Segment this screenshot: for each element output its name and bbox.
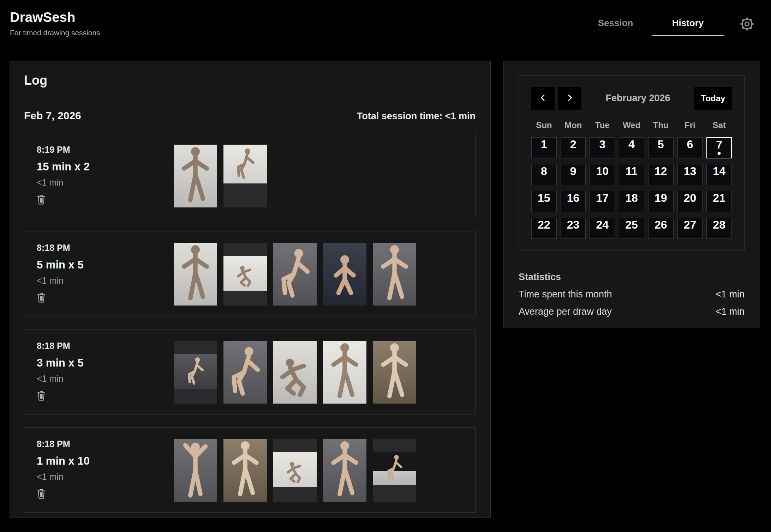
calendar-day-11[interactable]: 11 bbox=[619, 164, 644, 185]
pose-thumbnail[interactable] bbox=[174, 145, 217, 207]
pose-thumbnail[interactable] bbox=[223, 341, 267, 404]
figure-silhouette bbox=[373, 341, 416, 404]
calendar-day-12[interactable]: 12 bbox=[648, 164, 674, 185]
entry-elapsed: <1 min bbox=[37, 374, 174, 384]
calendar-day-3[interactable]: 3 bbox=[590, 137, 615, 158]
pose-photo bbox=[323, 341, 366, 404]
pose-photo bbox=[223, 256, 267, 291]
log-heading: Log bbox=[24, 73, 476, 88]
calendar-day-25[interactable]: 25 bbox=[619, 218, 644, 239]
app-title: DrawSesh bbox=[10, 10, 100, 25]
day-number: 2 bbox=[570, 138, 576, 151]
delete-entry-button[interactable] bbox=[37, 292, 46, 304]
calendar: February 2026 Today SunMonTueWedThuFriSa… bbox=[519, 75, 745, 250]
session-entries: 8:19 PM15 min x 2<1 min8:18 PM5 min x 5<… bbox=[24, 133, 476, 513]
calendar-prev-button[interactable] bbox=[531, 87, 555, 110]
main-tabs: Session History bbox=[579, 18, 724, 36]
calendar-day-24[interactable]: 24 bbox=[590, 218, 615, 239]
pose-thumbnail[interactable] bbox=[323, 341, 366, 404]
calendar-day-17[interactable]: 17 bbox=[590, 191, 615, 212]
pose-thumbnail[interactable] bbox=[273, 243, 317, 306]
calendar-day-9[interactable]: 9 bbox=[561, 164, 586, 185]
pose-photo bbox=[223, 145, 267, 183]
pose-thumbnail[interactable] bbox=[174, 341, 217, 404]
day-number: 16 bbox=[567, 192, 580, 205]
entry-thumbnails bbox=[174, 145, 267, 207]
entry-time: 8:18 PM bbox=[37, 439, 174, 449]
day-number: 28 bbox=[713, 218, 725, 231]
statistics-heading: Statistics bbox=[519, 272, 745, 283]
pose-thumbnail[interactable] bbox=[174, 439, 217, 502]
trash-icon bbox=[37, 495, 46, 500]
day-number: 22 bbox=[538, 218, 550, 231]
delete-entry-button[interactable] bbox=[37, 194, 46, 206]
stat-label: Average per draw day bbox=[519, 306, 612, 317]
calendar-day-27[interactable]: 27 bbox=[677, 218, 703, 239]
stat-row: Time spent this month<1 min bbox=[519, 289, 745, 300]
calendar-day-20[interactable]: 20 bbox=[677, 191, 703, 212]
day-number: 6 bbox=[687, 138, 693, 151]
brand: DrawSesh For timed drawing sessions bbox=[10, 10, 100, 37]
today-button[interactable]: Today bbox=[694, 87, 732, 110]
pose-photo bbox=[174, 439, 217, 502]
pose-thumbnail[interactable] bbox=[323, 243, 366, 306]
tab-history[interactable]: History bbox=[652, 18, 724, 36]
entry-elapsed: <1 min bbox=[37, 472, 174, 482]
calendar-day-22[interactable]: 22 bbox=[531, 218, 557, 239]
entry-elapsed: <1 min bbox=[37, 177, 174, 188]
pose-thumbnail[interactable] bbox=[223, 145, 267, 207]
calendar-weekday-headers: SunMonTueWedThuFriSat bbox=[531, 120, 732, 130]
figure-silhouette bbox=[373, 452, 416, 485]
pose-thumbnail[interactable] bbox=[273, 439, 317, 502]
stat-label: Time spent this month bbox=[519, 289, 612, 300]
stat-row: Average per draw day<1 min bbox=[519, 306, 745, 317]
figure-silhouette bbox=[323, 439, 366, 502]
calendar-day-18[interactable]: 18 bbox=[619, 191, 644, 212]
entry-time: 8:18 PM bbox=[37, 243, 174, 253]
calendar-day-15[interactable]: 15 bbox=[531, 191, 557, 212]
delete-entry-button[interactable] bbox=[37, 488, 46, 500]
calendar-day-28[interactable]: 28 bbox=[706, 218, 732, 239]
calendar-day-10[interactable]: 10 bbox=[590, 164, 615, 185]
gear-icon bbox=[739, 28, 755, 33]
delete-entry-button[interactable] bbox=[37, 390, 46, 402]
calendar-day-16[interactable]: 16 bbox=[561, 191, 586, 212]
pose-thumbnail[interactable] bbox=[373, 341, 416, 404]
calendar-day-21[interactable]: 21 bbox=[706, 191, 732, 212]
calendar-day-14[interactable]: 14 bbox=[706, 164, 732, 185]
calendar-day-7[interactable]: 7 bbox=[706, 137, 732, 158]
pose-thumbnail[interactable] bbox=[273, 341, 317, 404]
calendar-day-4[interactable]: 4 bbox=[619, 137, 644, 158]
pose-thumbnail[interactable] bbox=[223, 243, 267, 306]
pose-thumbnail[interactable] bbox=[174, 243, 217, 306]
calendar-day-8[interactable]: 8 bbox=[531, 164, 557, 185]
weekday-label: Sun bbox=[531, 120, 557, 130]
pose-thumbnail[interactable] bbox=[373, 439, 416, 502]
day-number: 10 bbox=[596, 165, 609, 178]
entry-duration: 1 min x 10 bbox=[37, 455, 174, 467]
calendar-day-13[interactable]: 13 bbox=[677, 164, 703, 185]
calendar-next-button[interactable] bbox=[558, 87, 581, 110]
day-number: 15 bbox=[538, 192, 550, 205]
day-number: 1 bbox=[541, 138, 547, 151]
figure-silhouette bbox=[323, 341, 366, 404]
log-panel: Log Feb 7, 2026 Total session time: <1 m… bbox=[10, 61, 491, 518]
tab-session[interactable]: Session bbox=[579, 18, 652, 36]
pose-thumbnail[interactable] bbox=[223, 439, 267, 502]
calendar-day-19[interactable]: 19 bbox=[648, 191, 674, 212]
session-dot bbox=[718, 152, 721, 155]
settings-button[interactable] bbox=[739, 16, 755, 33]
calendar-day-2[interactable]: 2 bbox=[561, 137, 586, 158]
figure-silhouette bbox=[174, 439, 217, 502]
entry-duration: 3 min x 5 bbox=[37, 357, 174, 369]
calendar-day-26[interactable]: 26 bbox=[648, 218, 674, 239]
calendar-day-6[interactable]: 6 bbox=[677, 137, 703, 158]
calendar-day-23[interactable]: 23 bbox=[561, 218, 586, 239]
calendar-day-1[interactable]: 1 bbox=[531, 137, 557, 158]
drawsesh-app: DrawSesh For timed drawing sessions Sess… bbox=[0, 0, 771, 532]
entry-thumbnails bbox=[174, 341, 416, 403]
calendar-day-5[interactable]: 5 bbox=[648, 137, 674, 158]
pose-thumbnail[interactable] bbox=[323, 439, 366, 502]
pose-thumbnail[interactable] bbox=[373, 243, 416, 306]
day-number: 25 bbox=[625, 218, 638, 231]
